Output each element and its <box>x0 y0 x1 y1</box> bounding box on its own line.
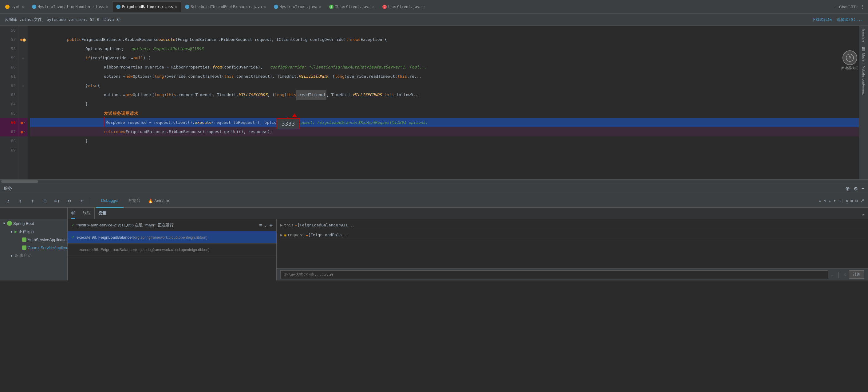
code-66-boxed: Response response = request.client(). ex… <box>104 117 288 128</box>
reader-mode-circle[interactable] <box>842 51 857 65</box>
tab-hystrix-handler[interactable]: HystrixInvocationHandler.class × <box>28 1 112 12</box>
eval-settings-icon[interactable]: ⚙ <box>844 272 846 277</box>
tab-thread-close[interactable]: × <box>264 5 266 9</box>
tab-console[interactable]: 控制台 <box>124 194 145 208</box>
sidebar-mybatis[interactable]: Mybatis LogFormat <box>862 66 866 95</box>
services-add-icon[interactable]: ⊕ <box>845 185 850 192</box>
toolbar-pin-btn[interactable]: ⊙ <box>65 197 74 205</box>
tab-user-client[interactable]: C UserClient.java × <box>378 1 429 12</box>
services-minimize-icon[interactable]: − <box>862 186 864 191</box>
debug-eval-icon[interactable]: ⇅ <box>846 198 848 203</box>
code-59-cond: (configOverride != <box>90 54 134 63</box>
download-source-btn[interactable]: 下载源代码 <box>812 17 832 23</box>
spring-boot-group[interactable]: ▼ Spring Boot <box>0 219 67 228</box>
thread-tick-icon: ✓ <box>71 223 74 228</box>
reader-mode-button[interactable]: 阅读器模式 <box>841 51 858 70</box>
tab-iuser-close[interactable]: × <box>373 5 375 9</box>
frame-item-2[interactable]: execute:56, FeignLoadBalancer (org.sprin… <box>68 243 276 256</box>
thread-dropdown-icon[interactable]: ⌄ <box>264 223 267 227</box>
unstarted-group[interactable]: ▼ ⚙ 未启动 <box>7 252 67 260</box>
var-request-val: {FeignLoadBalo... <box>308 233 349 237</box>
editor-scrollbar[interactable] <box>0 179 868 183</box>
tab-feign-close[interactable]: × <box>175 5 177 9</box>
variables-expand-icon[interactable]: ⌄ <box>861 210 864 216</box>
more-tabs-icon[interactable]: ⋮ <box>861 5 864 9</box>
breakpoint-indicator-57: ● <box>20 37 23 42</box>
running-group[interactable]: ▼ ▶ 正在运行 <box>7 228 67 236</box>
sidebar-translate[interactable]: Translate <box>862 28 866 42</box>
code-61-opts: options = <box>104 72 125 81</box>
var-item-this[interactable]: ▶ this = {FeignLoadBalancer@11... <box>279 220 866 230</box>
tab-debugger[interactable]: Debugger <box>96 194 124 208</box>
frame-2-sub: (org.springframework.cloud.openfeign.rib… <box>135 248 210 252</box>
thread-label: "hystrix-auth-service-2"@11,855 在组 "main… <box>76 222 257 228</box>
tab-hystrix-close[interactable]: × <box>106 5 108 9</box>
debug-run-to-cursor-icon[interactable]: →| <box>838 198 843 203</box>
code-67-return: return <box>104 127 118 136</box>
code-63-long: long <box>154 90 164 100</box>
course-service[interactable]: CourseServiceApplication :9002/ <box>20 243 67 252</box>
sidebar-m[interactable]: m <box>861 47 866 51</box>
debug-popout-icon[interactable]: ⤢ <box>860 198 864 204</box>
tab-user-close[interactable]: × <box>424 5 426 9</box>
debug-tab-group: Debugger 控制台 🔥 Actuator <box>96 194 172 208</box>
thread-add-icon[interactable]: + <box>269 222 273 228</box>
gutter-67: ● ✓ <box>19 127 28 136</box>
toolbar-filter-btn[interactable]: ≡↑ <box>53 197 61 205</box>
code-59-brace: ) { <box>143 54 150 63</box>
calc-button[interactable]: 计算 <box>849 270 864 279</box>
toolbar-add-btn[interactable]: + <box>78 197 86 205</box>
tab-thread-pool[interactable]: ScheduledThreadPoolExecutor.java × <box>181 1 270 12</box>
sidebar-maven[interactable]: Maven <box>862 53 866 63</box>
tab-hystrix-timer[interactable]: HystrixTimer.java × <box>270 1 325 12</box>
ft-tab-threads[interactable]: 线程 <box>83 208 91 219</box>
gutter-57: ● ⬤ <box>19 35 28 44</box>
tab-yml-close[interactable]: × <box>22 5 24 9</box>
code-61-options-new: Options(( <box>133 72 154 81</box>
tab-timer-close[interactable]: × <box>319 5 321 9</box>
code-63-opts: options = <box>104 90 125 100</box>
code-line-58: Options options; options: Request$Option… <box>30 44 868 54</box>
thread-filter-icon[interactable]: ≡ <box>259 222 262 228</box>
debug-table-icon[interactable]: ⊞ <box>850 198 853 203</box>
chevron-right-icon[interactable]: › <box>856 5 858 9</box>
line-61: 61 <box>0 72 18 81</box>
breakpoint-66: ● <box>21 120 23 125</box>
tab-actuator[interactable]: Actuator <box>154 194 169 208</box>
gutter-68 <box>19 136 28 145</box>
line-60: 60 <box>0 63 18 72</box>
ft-tab-frames[interactable]: 帧 <box>71 208 75 219</box>
code-content[interactable]: public FeignLoadBalancer.RibbonResponse … <box>28 26 868 179</box>
code-63-t2: ) <box>284 90 287 100</box>
code-61-ct: .connectTimeout), TimeUnit. <box>234 72 299 81</box>
scrollbar-thumb[interactable] <box>1 180 38 183</box>
code-63-rest: , TimeUnit. <box>327 90 353 100</box>
select-source-btn[interactable]: 选择源(S)... <box>837 17 863 23</box>
auth-service[interactable]: AuthServiceApplication :8111/ <box>20 236 67 243</box>
debug-step-into-icon[interactable]: ↓ <box>829 198 831 203</box>
eval-input[interactable] <box>280 270 828 279</box>
frame-item-1[interactable]: ✓ execute:98, FeignLoadBalancer (org.spr… <box>68 231 276 243</box>
var-this-val: {FeignLoadBalancer@11... <box>297 223 355 227</box>
var-item-request[interactable]: ▶ ◉ request = {FeignLoadBalo... <box>279 230 866 240</box>
services-settings-icon[interactable]: ⚙ <box>854 186 858 192</box>
debug-toolbar-right: ≡ ↷ ↓ ↑ →| ⇅ ⊞ ⊟ ⤢ <box>819 198 864 204</box>
toolbar-up-btn[interactable]: ↑ <box>28 197 37 205</box>
notice-text: 反编译 .class文件, bytecode version: 52.0 (Ja… <box>5 17 121 23</box>
tab-iuser-client[interactable]: I IUserClient.java × <box>325 1 378 12</box>
code-63-end: , <box>382 90 384 100</box>
toolbar-restart-btn[interactable]: ↺ <box>4 197 12 205</box>
debug-step-out-icon[interactable]: ↑ <box>834 198 836 203</box>
editor-area: 56 57 58 59 60 61 62 63 64 65 66 67 68 6… <box>0 26 868 179</box>
toolbar-rerun-btn[interactable]: ↕ <box>16 197 25 205</box>
code-61-long: long <box>154 72 164 81</box>
tab-yml[interactable]: .yml × <box>1 1 28 12</box>
gutter: ● ⬤ ◇ ◇ ● ✓ ● ✓ <box>19 26 28 179</box>
eval-dropdown-arrow[interactable]: ⌄ <box>831 272 833 277</box>
tab-feign-lb[interactable]: FeignLoadBalancer.class × <box>112 1 181 12</box>
toolbar-layout-btn[interactable]: ⊞ <box>40 197 49 205</box>
debug-expand-icon[interactable]: ⊟ <box>856 198 858 203</box>
services-bar-icons: ⊕ ⚙ − <box>845 185 864 192</box>
debug-step-over-icon[interactable]: ↷ <box>824 198 826 203</box>
debug-list-icon[interactable]: ≡ <box>819 198 822 203</box>
